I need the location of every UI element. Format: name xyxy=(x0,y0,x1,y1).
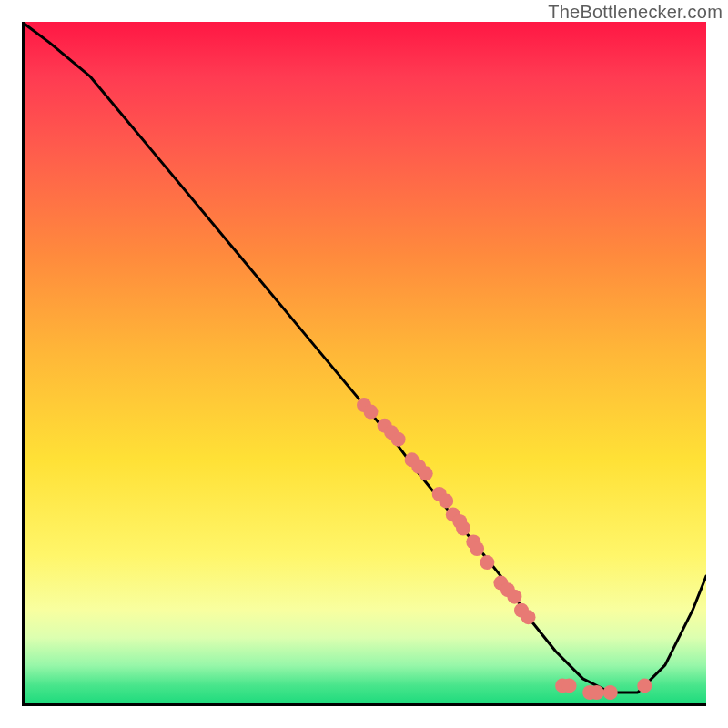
data-point xyxy=(391,432,406,447)
data-point xyxy=(521,610,536,624)
plot-area xyxy=(22,22,706,706)
data-point xyxy=(603,685,618,700)
chart-container: TheBottlenecker.com xyxy=(0,0,728,728)
data-point xyxy=(507,590,521,604)
data-point xyxy=(439,493,453,508)
chart-overlay xyxy=(22,22,706,706)
bottleneck-curve xyxy=(22,22,706,693)
data-point xyxy=(456,521,470,536)
data-points-group xyxy=(357,398,652,700)
data-point xyxy=(637,678,652,693)
data-point xyxy=(562,678,577,693)
watermark-text: TheBottlenecker.com xyxy=(548,2,723,23)
data-point xyxy=(419,466,433,480)
data-point xyxy=(590,685,604,700)
data-point xyxy=(364,405,379,420)
data-point xyxy=(480,555,494,570)
data-point xyxy=(470,541,484,556)
